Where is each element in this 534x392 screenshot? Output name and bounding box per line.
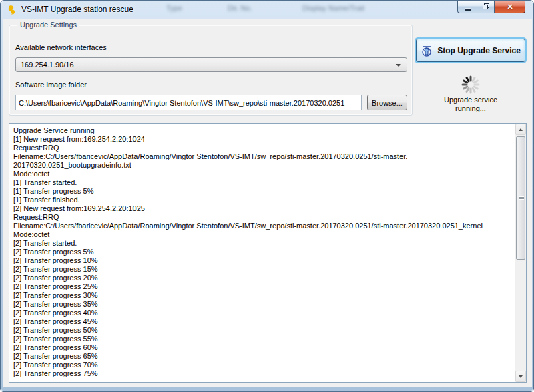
app-window: Type Dir. No. Display Name/Trait VS-IMT … — [0, 0, 534, 392]
network-interfaces-label: Available network interfaces — [15, 43, 107, 51]
log-line: [2] Transfer progress 25% — [13, 282, 511, 291]
log-line: [2] Transfer progress 45% — [13, 317, 511, 326]
log-line: 20170320.0251_bootupgradeinfo.txt — [13, 161, 511, 170]
software-folder-label: Software image folder — [15, 81, 87, 89]
glass-artifact-text: Type — [166, 4, 182, 12]
log-line: [2] Transfer progress 5% — [13, 248, 511, 256]
log-line: [1] New request from:169.254.2.20:1024 — [13, 135, 511, 144]
close-button[interactable]: ✕ — [495, 1, 525, 13]
log-lines: Upgrade Service running[1] New request f… — [9, 124, 515, 382]
log-line: [2] Transfer progress 10% — [13, 256, 511, 265]
browse-button[interactable]: Browse... — [367, 95, 407, 110]
upgrade-arrow-icon — [421, 45, 433, 57]
glass-artifact-text: Dir. No. — [228, 4, 252, 12]
restore-button[interactable] — [477, 1, 495, 13]
scroll-down-button[interactable] — [515, 371, 526, 382]
service-panel: Stop Upgrade Service — [416, 19, 527, 120]
log-line: [2] Transfer progress 40% — [13, 309, 511, 317]
client-area: Upgrade Settings Available network inter… — [3, 19, 532, 387]
log-line: [1] Transfer progress 5% — [13, 187, 511, 196]
log-scrollbar[interactable] — [515, 124, 526, 382]
restore-icon — [483, 5, 488, 9]
glass-artifact-text: Display Name/Trait — [302, 4, 364, 12]
log-line: [2] Transfer progress 75% — [13, 369, 511, 378]
log-line: [1] Transfer started. — [13, 178, 511, 187]
log-line: [2] Transfer progress 35% — [13, 300, 511, 309]
status-line-1: Upgrade service — [416, 95, 525, 104]
window-title: VS-IMT Upgrade station rescue — [21, 5, 134, 14]
log-line: [2] Transfer progress 55% — [13, 335, 511, 343]
chevron-down-icon — [396, 64, 401, 67]
minimize-button[interactable] — [457, 1, 477, 13]
caption-buttons: ✕ — [457, 1, 525, 13]
titlebar[interactable]: Type Dir. No. Display Name/Trait VS-IMT … — [1, 1, 533, 19]
log-line: [2] Transfer progress 20% — [13, 274, 511, 282]
log-line: [2] Transfer started. — [13, 239, 511, 248]
log-line: Mode:octet — [13, 170, 511, 178]
log-line: Request:RRQ — [13, 144, 511, 152]
log-line: Filename:C:/Users/fbaricevic/AppData/Roa… — [13, 222, 511, 230]
arrow-up-icon — [519, 128, 523, 131]
close-icon: ✕ — [507, 3, 513, 11]
software-folder-input[interactable] — [15, 95, 362, 110]
log-line: [2] Transfer progress 65% — [13, 352, 511, 361]
app-logo-icon — [7, 5, 17, 15]
stop-upgrade-service-button[interactable]: Stop Upgrade Service — [416, 39, 525, 62]
scrollbar-gripper — [519, 196, 524, 200]
arrow-down-icon — [519, 375, 523, 378]
log-line: [2] Transfer progress 30% — [13, 291, 511, 300]
scroll-up-button[interactable] — [515, 124, 526, 135]
scrollbar-thumb[interactable] — [516, 136, 525, 260]
log-line: Mode:octet — [13, 230, 511, 239]
service-status-text: Upgrade service running... — [416, 95, 525, 113]
group-title: Upgrade Settings — [17, 21, 79, 29]
log-line: [1] Transfer finished. — [13, 196, 511, 204]
log-output-panel[interactable]: Upgrade Service running[1] New request f… — [9, 123, 527, 383]
log-line: [2] Transfer progress 60% — [13, 343, 511, 352]
loading-spinner-icon — [459, 73, 483, 97]
scrollbar-track[interactable] — [515, 135, 526, 371]
log-line: [2] New request from:169.254.2.20:1025 — [13, 204, 511, 213]
log-line: Filename:C:/Users/fbaricevic/AppData/Roa… — [13, 152, 511, 161]
network-interface-select[interactable]: 169.254.1.90/16 — [15, 57, 407, 72]
log-line: Upgrade Service running — [13, 126, 511, 135]
log-line: [2] Transfer progress 70% — [13, 361, 511, 369]
network-interface-value: 169.254.1.90/16 — [21, 61, 74, 69]
stop-button-label: Stop Upgrade Service — [437, 46, 521, 55]
log-line: [2] Transfer progress 15% — [13, 265, 511, 274]
log-line: [2] Transfer progress 50% — [13, 326, 511, 335]
log-line: Request:RRQ — [13, 213, 511, 222]
status-line-2: running... — [416, 104, 525, 113]
minimize-icon — [465, 9, 471, 11]
